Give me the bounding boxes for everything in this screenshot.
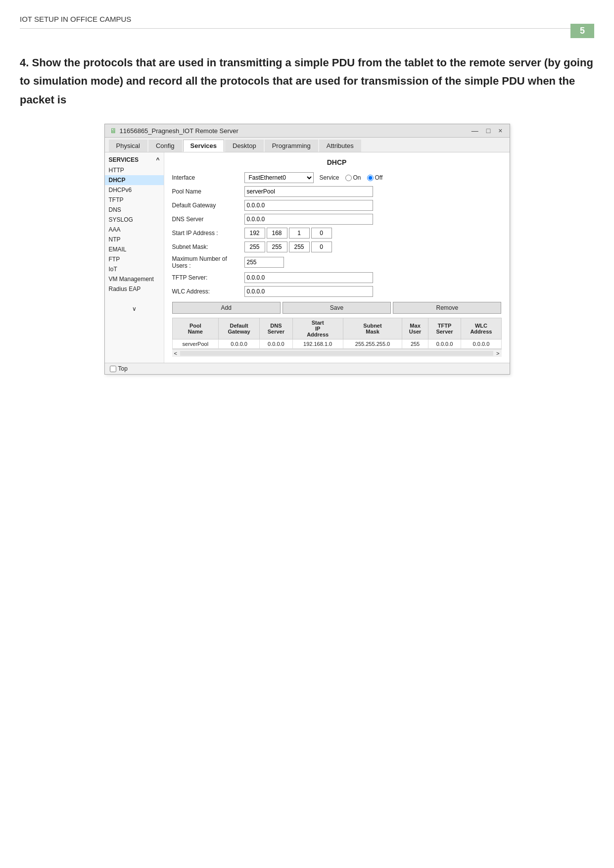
sidebar-collapse-icon[interactable]: ^	[156, 156, 159, 163]
maximize-button[interactable]: □	[484, 127, 492, 135]
section-title: DHCP	[172, 158, 502, 166]
sidebar-item-radius-eap[interactable]: Radius EAP	[105, 284, 164, 294]
page-header: IOT SETUP IN OFFICE CAMPUS	[20, 15, 594, 29]
cell-pool-name: serverPool	[172, 339, 219, 349]
wlc-address-input[interactable]	[244, 286, 373, 297]
start-ip-part4[interactable]	[311, 228, 332, 239]
header-title: IOT SETUP IN OFFICE CAMPUS	[20, 15, 131, 23]
subnet-mask-part3[interactable]	[289, 241, 310, 252]
top-checkbox[interactable]	[110, 366, 116, 372]
cell-dns-server: 0.0.0.0	[260, 339, 293, 349]
col-max-user: MaxUser	[402, 318, 428, 339]
window-title: 🖥 11656865_Pragnesh_IOT Remote Server	[110, 127, 238, 135]
interface-dropdown[interactable]: FastEthernet0	[244, 172, 314, 183]
remove-button[interactable]: Remove	[393, 302, 501, 314]
tab-attributes[interactable]: Attributes	[319, 140, 361, 152]
sidebar-item-tftp[interactable]: TFTP	[105, 195, 164, 205]
service-on-radio[interactable]: On	[345, 174, 361, 181]
tftp-server-label: TFTP Server:	[172, 274, 241, 281]
top-checkbox-area[interactable]: Top	[110, 365, 128, 372]
interface-row: Interface FastEthernet0 Service On Off	[172, 172, 502, 183]
max-users-input[interactable]	[244, 257, 284, 268]
tab-services[interactable]: Services	[183, 140, 225, 152]
sidebar-item-aaa[interactable]: AAA	[105, 225, 164, 235]
subnet-mask-label: Subnet Mask:	[172, 243, 241, 250]
sidebar-item-iot[interactable]: IoT	[105, 264, 164, 274]
content-panel: DHCP Interface FastEthernet0 Service On …	[164, 152, 510, 363]
window-footer: Top	[105, 363, 510, 374]
tftp-server-input[interactable]	[244, 272, 373, 283]
start-ip-label: Start IP Address :	[172, 230, 241, 237]
subnet-mask-row: Subnet Mask:	[172, 241, 502, 252]
scroll-left-arrow[interactable]: <	[172, 350, 179, 356]
subnet-mask-part4[interactable]	[311, 241, 332, 252]
start-ip-part3[interactable]	[289, 228, 310, 239]
sidebar-item-bottom-arrow[interactable]: ∨	[105, 304, 164, 314]
start-ip-part2[interactable]	[267, 228, 287, 239]
cell-subnet-mask: 255.255.255.0	[343, 339, 402, 349]
start-ip-part1[interactable]	[244, 228, 265, 239]
save-button[interactable]: Save	[283, 302, 391, 314]
scroll-right-arrow[interactable]: >	[494, 350, 501, 356]
sidebar-item-ntp[interactable]: NTP	[105, 235, 164, 244]
scroll-track[interactable]	[180, 351, 493, 356]
horizontal-scrollbar: < >	[172, 349, 502, 357]
sidebar-item-dhcpv6[interactable]: DHCPv6	[105, 185, 164, 195]
subnet-mask-part1[interactable]	[244, 241, 265, 252]
max-users-row: Maximum Number of Users :	[172, 255, 502, 269]
window-title-text: 11656865_Pragnesh_IOT Remote Server	[120, 127, 238, 135]
page-number: 5	[570, 24, 594, 38]
minimize-button[interactable]: —	[470, 127, 480, 135]
wlc-address-label: WLC Address:	[172, 288, 241, 295]
col-start-ip: StartIPAddress	[292, 318, 343, 339]
close-button[interactable]: ×	[496, 127, 504, 135]
tab-desktop[interactable]: Desktop	[225, 140, 264, 152]
window-body: SERVICES ^ HTTP DHCP DHCPv6 TFTP DNS SYS…	[105, 152, 510, 363]
subnet-mask-part2[interactable]	[267, 241, 287, 252]
sidebar: SERVICES ^ HTTP DHCP DHCPv6 TFTP DNS SYS…	[105, 152, 164, 363]
default-gateway-row: Default Gateway	[172, 200, 502, 211]
start-ip-row: Start IP Address :	[172, 228, 502, 239]
tftp-server-row: TFTP Server:	[172, 272, 502, 283]
service-on-label: On	[353, 174, 361, 181]
add-button[interactable]: Add	[172, 302, 281, 314]
dhcp-table: PoolName DefaultGateway DNSServer StartI…	[172, 318, 502, 349]
sidebar-item-syslog[interactable]: SYSLOG	[105, 215, 164, 225]
main-text: 4. Show the protocols that are used in t…	[20, 53, 594, 109]
table-header-row: PoolName DefaultGateway DNSServer StartI…	[172, 318, 501, 339]
tab-programming[interactable]: Programming	[265, 140, 318, 152]
pool-name-label: Pool Name	[172, 188, 241, 195]
pool-name-input[interactable]	[244, 186, 373, 197]
top-label: Top	[118, 365, 128, 372]
tab-bar: Physical Config Services Desktop Program…	[105, 138, 510, 152]
sidebar-header: SERVICES ^	[105, 154, 164, 165]
service-off-radio[interactable]: Off	[367, 174, 383, 181]
default-gateway-label: Default Gateway	[172, 202, 241, 209]
sidebar-item-vm-management[interactable]: VM Management	[105, 274, 164, 284]
col-subnet-mask: SubnetMask	[343, 318, 402, 339]
cell-default-gateway: 0.0.0.0	[219, 339, 260, 349]
col-dns-server: DNSServer	[260, 318, 293, 339]
tab-config[interactable]: Config	[148, 140, 182, 152]
pool-name-row: Pool Name	[172, 186, 502, 197]
sidebar-item-email[interactable]: EMAIL	[105, 244, 164, 254]
tab-physical[interactable]: Physical	[109, 140, 147, 152]
action-buttons: Add Save Remove	[172, 302, 502, 314]
col-pool-name: PoolName	[172, 318, 219, 339]
sidebar-item-ftp[interactable]: FTP	[105, 254, 164, 264]
sidebar-item-dns[interactable]: DNS	[105, 205, 164, 215]
sidebar-item-http[interactable]: HTTP	[105, 165, 164, 175]
wlc-address-row: WLC Address:	[172, 286, 502, 297]
services-label: SERVICES	[109, 156, 139, 163]
interface-label: Interface	[172, 174, 241, 181]
application-window: 🖥 11656865_Pragnesh_IOT Remote Server — …	[104, 124, 510, 375]
service-label: Service	[320, 174, 339, 181]
cell-tftp-server: 0.0.0.0	[428, 339, 461, 349]
dns-server-input[interactable]	[244, 214, 373, 225]
col-wlc-address: WLCAddress	[461, 318, 501, 339]
cell-max-user: 255	[402, 339, 428, 349]
dns-server-row: DNS Server	[172, 214, 502, 225]
sidebar-item-dhcp[interactable]: DHCP	[105, 175, 164, 185]
default-gateway-input[interactable]	[244, 200, 373, 211]
cell-wlc-address: 0.0.0.0	[461, 339, 501, 349]
